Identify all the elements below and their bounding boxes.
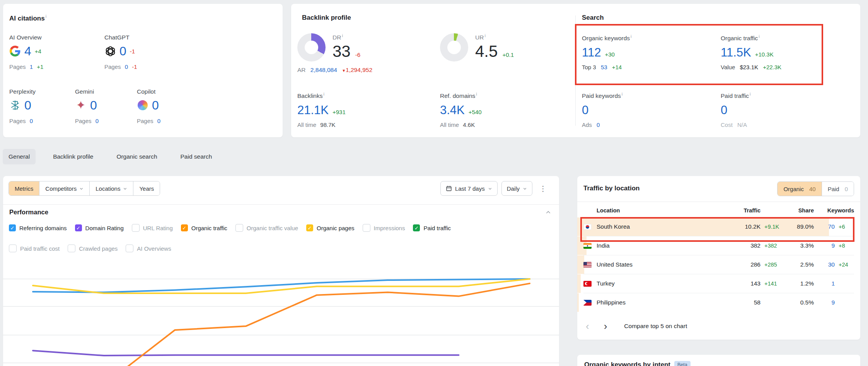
traffic-value: 286 (726, 261, 761, 268)
location-name: United States (597, 261, 726, 268)
backlinks-value[interactable]: 21.1K (297, 104, 329, 116)
collapse-chevron-up-icon[interactable] (545, 209, 551, 215)
compare-top5-button[interactable]: Compare top 5 on chart (624, 323, 687, 330)
ai-pages-row: Pages 0 (9, 118, 36, 124)
ur-label: URi (475, 33, 514, 41)
checkbox-icon (9, 245, 17, 252)
ai-citations-value[interactable]: 0 (119, 45, 126, 57)
chevron-down-icon (79, 186, 84, 191)
ai-pages-value[interactable]: 0 (157, 118, 160, 124)
checkbox-icon (413, 224, 420, 231)
organic-traffic-value[interactable]: 11.5K (721, 46, 751, 58)
metric-checkbox-impressions[interactable]: Impressions (363, 224, 405, 232)
info-icon[interactable]: i (622, 92, 622, 96)
paid-toggle-button[interactable]: Paid0 (822, 182, 854, 196)
organic-toggle-button[interactable]: Organic40 (778, 182, 822, 196)
tab-backlink-profile[interactable]: Backlink profile (47, 149, 99, 164)
ai-citations-value[interactable]: 0 (152, 99, 159, 111)
info-icon[interactable]: i (46, 14, 46, 19)
location-name: India (597, 242, 726, 249)
info-icon[interactable]: i (342, 33, 343, 38)
info-icon[interactable]: i (484, 33, 485, 38)
keywords-value[interactable]: 1 (814, 280, 835, 287)
metric-checkbox-label: Paid traffic (423, 225, 451, 231)
tab-organic-search[interactable]: Organic search (111, 149, 163, 164)
gemini-star: ✦ (76, 99, 85, 111)
ar-value[interactable]: 2,848,084 (310, 67, 337, 73)
metric-checkbox-referring-domains[interactable]: Referring domains (9, 224, 67, 231)
metric-checkbox-organic-pages[interactable]: Organic pages (306, 224, 355, 231)
pager-next-icon[interactable]: › (602, 321, 610, 331)
search-title: Search (582, 14, 604, 22)
location-row-united-states[interactable]: United States 286 +285 2.5% 30 +24 (583, 255, 854, 274)
ai-platform-label: Gemini (75, 88, 99, 95)
tab-general[interactable]: General (3, 149, 36, 164)
top3-row: Top 3 53 +14 (582, 64, 632, 70)
info-icon[interactable]: i (750, 92, 750, 96)
metric-checkbox-ai-overviews[interactable]: AI Overviews (126, 245, 171, 252)
ai-citations-value[interactable]: 0 (90, 99, 97, 111)
location-row-philippines[interactable]: Philippines 58 0.5% 9 (583, 293, 854, 312)
ur-delta: +0.1 (502, 51, 514, 58)
ref-domains-label: Ref. domainsi (440, 92, 482, 99)
ur-value: 4.5 (475, 43, 498, 60)
ai-block-copilot: Copilot 0 Pages 0 (137, 88, 160, 124)
pager-prev-icon[interactable]: ‹ (583, 321, 592, 331)
ref-domains-value[interactable]: 3.4K (440, 104, 465, 116)
cost-row: Cost N/A (721, 121, 750, 128)
ahrefs-rank-row: AR 2,848,084 ▼1,294,952 (297, 67, 372, 74)
metric-checkbox-label: URL Rating (143, 225, 173, 231)
info-icon[interactable]: i (476, 92, 477, 96)
metric-checkbox-label: Paid traffic cost (20, 245, 60, 252)
metric-checkbox-organic-traffic-value[interactable]: Organic traffic value (235, 224, 298, 232)
competitors-filter-button[interactable]: Competitors (39, 181, 90, 195)
metric-checkbox-label: Referring domains (19, 225, 67, 231)
tab-paid-search[interactable]: Paid search (175, 149, 218, 164)
paid-traffic-value[interactable]: 0 (721, 103, 727, 117)
share-value: 89.0% (785, 223, 814, 230)
metric-checkbox-domain-rating[interactable]: Domain Rating (75, 224, 124, 231)
more-options-kebab-icon[interactable]: ⋮ (536, 184, 550, 193)
ai-pages-value[interactable]: 0 (95, 118, 99, 124)
metric-checkbox-paid-traffic-cost[interactable]: Paid traffic cost (9, 245, 60, 252)
metrics-filter-button[interactable]: Metrics (9, 181, 39, 195)
col-traffic: Traffic (726, 207, 761, 214)
share-value: 2.5% (785, 261, 814, 268)
metric-checkbox-paid-traffic[interactable]: Paid traffic (413, 224, 451, 231)
info-icon[interactable]: i (759, 34, 759, 39)
top3-value[interactable]: 53 (601, 64, 607, 70)
metric-checkbox-organic-traffic[interactable]: Organic traffic (181, 224, 227, 231)
ai-pages-value[interactable]: 0 (125, 63, 128, 70)
info-icon[interactable]: i (323, 92, 324, 96)
organic-keywords-value[interactable]: 112 (582, 46, 601, 58)
ai-citations-value[interactable]: 4 (24, 45, 31, 57)
years-filter-button[interactable]: Years (133, 181, 160, 195)
ai-pages-value[interactable]: 0 (30, 118, 33, 124)
granularity-button[interactable]: Daily (501, 181, 532, 196)
flag-icon-in (583, 243, 592, 249)
metric-checkbox-url-rating[interactable]: URL Rating (132, 224, 173, 232)
flag-icon-kr (583, 224, 592, 230)
location-row-india[interactable]: India 382 +382 3.3% 9 +8 (583, 236, 854, 255)
keywords-value[interactable]: 30 (814, 261, 835, 268)
location-row-turkey[interactable]: Turkey 143 +141 1.2% 1 (583, 274, 854, 293)
keywords-value[interactable]: 9 (814, 242, 835, 249)
ai-pages-value[interactable]: 1 (30, 63, 33, 70)
location-pager: ‹ › Compare top 5 on chart (583, 318, 687, 334)
locations-filter-button[interactable]: Locations (90, 181, 133, 195)
keywords-value[interactable]: 9 (814, 299, 835, 306)
location-row-south-korea[interactable]: South Korea 10.2K +9.1K 89.0% 70 +6 (583, 217, 854, 236)
ads-value[interactable]: 0 (597, 121, 600, 128)
ai-citations-value[interactable]: 0 (24, 99, 31, 111)
google-icon (9, 45, 21, 57)
info-icon[interactable]: i (631, 34, 631, 39)
keywords-value[interactable]: 70 (814, 223, 835, 230)
backlinks-block: Backlinksi 21.1K +931 All time 98.7K (297, 92, 346, 128)
ads-row: Ads 0 (582, 121, 622, 128)
performance-card: Metrics Competitors Locations Years Last… (3, 176, 559, 366)
date-range-button[interactable]: Last 7 days (440, 181, 498, 196)
dr-donut-chart (297, 33, 326, 62)
paid-keywords-value[interactable]: 0 (582, 103, 588, 117)
metric-checkbox-crawled-pages[interactable]: Crawled pages (68, 245, 118, 252)
paid-keywords-block: Paid keywordsi 0 Ads 0 (582, 92, 622, 128)
